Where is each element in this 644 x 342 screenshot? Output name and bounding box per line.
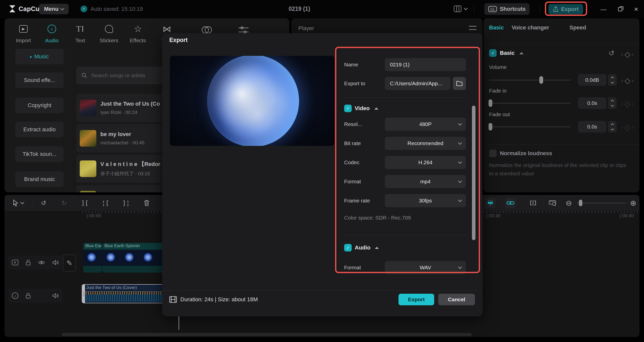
collapse-arrow-icon[interactable] [519, 52, 524, 54]
zoom-out-button[interactable]: ⊖ [564, 198, 574, 208]
collapse-arrow-icon[interactable] [374, 107, 378, 110]
fade-out-slider[interactable] [489, 126, 571, 127]
clip-trim-handle[interactable] [82, 285, 85, 303]
restore-button[interactable] [616, 6, 624, 13]
close-button[interactable]: × [632, 6, 640, 13]
keyframe-next-icon: › [632, 101, 634, 107]
autosave-label: Auto saved: 15:10:19 [91, 6, 143, 12]
app-name: CapCut [19, 5, 42, 13]
snap-toggle-button[interactable] [485, 198, 496, 208]
resolution-select[interactable]: 480P [385, 118, 466, 131]
keyframe-diamond-icon: ◇ [625, 123, 630, 132]
delete-left-button[interactable]: ¦[ [100, 198, 111, 208]
collapse-arrow-icon[interactable] [375, 247, 379, 249]
speaker-icon[interactable] [52, 293, 59, 298]
eye-icon[interactable] [38, 260, 45, 265]
fade-out-slider-thumb[interactable] [489, 123, 492, 131]
sidebar-item-tiktok-sounds[interactable]: TikTok soun... [15, 146, 64, 162]
playhead[interactable] [179, 316, 179, 330]
song-card[interactable]: Say love you [76, 185, 167, 192]
fade-in-slider[interactable] [489, 103, 571, 104]
name-input[interactable]: 0219 (1) [385, 58, 466, 71]
song-card[interactable]: be my lover michaelachel · 00:45 [76, 124, 167, 152]
volume-value[interactable]: 0.0dB [578, 74, 606, 86]
delete-right-button[interactable]: ]¦ [121, 198, 131, 208]
link-toggle-button[interactable] [505, 198, 516, 208]
resolution-value: 480P [419, 121, 431, 127]
dialog-cancel-button[interactable]: Cancel [438, 294, 475, 305]
fade-out-value[interactable]: 0.0s [578, 121, 606, 133]
export-button-top[interactable]: Export [548, 4, 583, 14]
player-menu-icon[interactable] [469, 26, 476, 30]
tab-import[interactable]: ▶ Import [10, 23, 37, 44]
video-track-head [8, 255, 62, 270]
tab-basic[interactable]: Basic [489, 24, 504, 31]
timeline-horizontal-scrollbar[interactable] [62, 333, 472, 336]
tab-voice-changer[interactable]: Voice changer [512, 24, 549, 31]
song-card[interactable]: V a l e n t i n e 【Redor 幸子小姐拜托了 · 03:15 [76, 155, 167, 183]
timeline-zoom-slider[interactable] [577, 203, 626, 203]
basic-section-header: ✓ Basic [489, 49, 524, 57]
browse-folder-button[interactable] [453, 77, 466, 90]
timeline-zoom-thumb[interactable] [579, 200, 582, 206]
framerate-select[interactable]: 30fps [385, 194, 466, 207]
mirror-split-button[interactable] [528, 198, 538, 208]
speaker-icon[interactable] [52, 260, 59, 265]
video-checkbox[interactable]: ✓ [344, 105, 352, 112]
select-tool-button[interactable] [10, 198, 26, 208]
volume-slider-thumb[interactable] [539, 76, 543, 84]
sidebar-item-music[interactable]: Music [15, 49, 64, 64]
format-select[interactable]: mp4 [385, 175, 466, 188]
search-input[interactable]: Search songs or artists [76, 67, 165, 84]
sidebar-item-extract-audio[interactable]: Extract audio [15, 122, 64, 137]
fade-in-slider-thumb[interactable] [489, 99, 492, 107]
undo-button[interactable]: ↺ [38, 198, 49, 208]
menu-button[interactable]: Menu [39, 4, 69, 14]
tab-basic-label: Basic [489, 24, 504, 31]
audio-format-select[interactable]: WAV [385, 261, 466, 274]
delete-button[interactable] [141, 198, 152, 208]
fade-in-value[interactable]: 0.0s [578, 97, 606, 109]
tab-effects[interactable]: ☆ Effects [124, 23, 152, 44]
lock-icon[interactable] [26, 260, 31, 266]
autosave-check-icon: ✓ [80, 6, 87, 12]
dialog-export-button[interactable]: Export [398, 294, 434, 305]
dialog-scrollbar[interactable] [472, 106, 475, 240]
export-to-input[interactable]: C:/Users/Admin/App... [385, 77, 450, 90]
basic-checkbox[interactable]: ✓ [489, 49, 497, 57]
codec-select[interactable]: H.264 [385, 156, 466, 169]
fade-in-keyframe-control[interactable]: ‹ ◇ › [621, 99, 633, 108]
layout-switcher[interactable] [454, 6, 467, 12]
tab-stickers[interactable]: Stickers [95, 23, 123, 44]
split-button[interactable]: ][ [79, 198, 90, 208]
tab-stickers-label: Stickers [95, 37, 123, 44]
redo-button[interactable]: ↻ [59, 198, 69, 208]
volume-slider[interactable] [489, 80, 571, 80]
zoom-in-button[interactable]: ⊕ [628, 198, 638, 208]
volume-keyframe-control[interactable]: ‹ ◇ › [621, 76, 633, 85]
sidebar-item-copyright[interactable]: Copyright [15, 98, 64, 113]
fade-in-stepper[interactable] [608, 97, 617, 109]
minimize-button[interactable]: — [599, 6, 608, 13]
basic-keyframe-control[interactable]: ‹ ◇ › [621, 50, 633, 59]
bitrate-select[interactable]: Recommended [385, 137, 466, 150]
sidebar-item-brand-music[interactable]: Brand music [15, 172, 64, 187]
sidebar-item-sound-effects[interactable]: Sound effe... [15, 72, 64, 88]
song-card[interactable]: Just the Two of Us (Co Iyan Rizki · 00:2… [76, 94, 167, 122]
timeline-scale-button[interactable] [547, 198, 558, 208]
tab-audio[interactable]: ♪ Audio [38, 23, 66, 44]
audio-clip-selected[interactable]: Just the Two of Us (Cover) [82, 284, 167, 303]
audio-checkbox[interactable]: ✓ [344, 244, 352, 251]
volume-stepper[interactable] [608, 74, 617, 86]
dialog-title: Export [169, 37, 188, 44]
normalize-checkbox[interactable] [489, 150, 497, 157]
fade-out-stepper[interactable] [608, 121, 617, 133]
tab-speed[interactable]: Speed [570, 24, 586, 31]
shortcuts-button[interactable]: Shortcuts [484, 3, 530, 15]
reset-icon[interactable]: ↺ [609, 49, 614, 57]
fade-out-keyframe-control[interactable]: ‹ ◇ › [621, 123, 633, 132]
tab-text[interactable]: TI Text [66, 23, 94, 44]
edit-cover-button[interactable]: ✎ [63, 254, 76, 272]
lock-icon[interactable] [26, 293, 31, 299]
video-clip[interactable]: Blue Ear [83, 243, 102, 273]
